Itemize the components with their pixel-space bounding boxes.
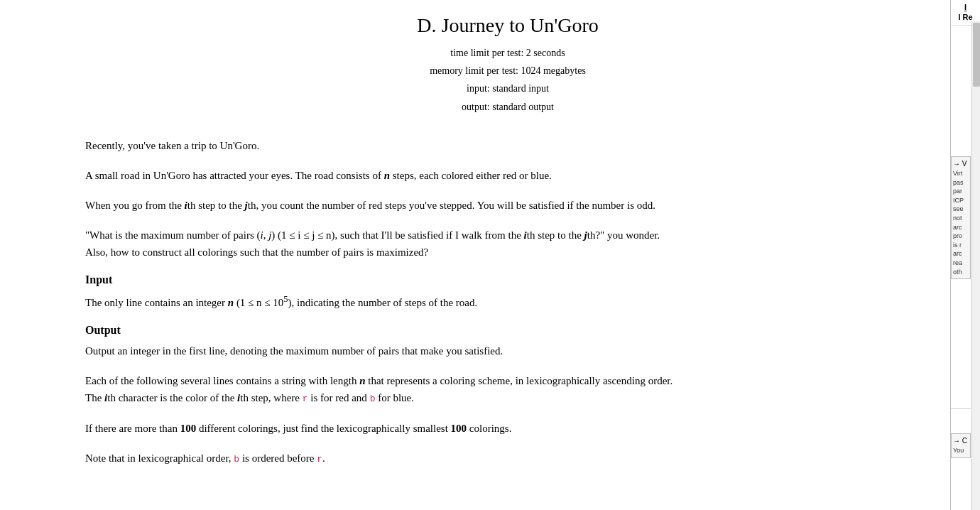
- ps-th3: th step to the: [527, 229, 584, 241]
- arrow2-text: → C: [953, 436, 969, 446]
- ps-end: th?" you wonder.: [587, 229, 660, 241]
- input-mid: (1 ≤ n ≤ 10: [234, 297, 283, 308]
- input-type: input: standard input: [85, 80, 930, 97]
- input-n: n: [228, 297, 234, 308]
- intro-para-2: A small road in Un'Goro has attracted yo…: [85, 167, 930, 184]
- output-desc2-mid: that represents a coloring scheme, in le…: [366, 375, 673, 386]
- intro2-before: A small road in Un'Goro has attracted yo…: [85, 170, 384, 181]
- arrow1-text: → V: [953, 159, 969, 169]
- note1-before: If there are more than: [85, 423, 180, 434]
- note1-end: colorings.: [467, 423, 511, 434]
- right-top-i: I: [952, 2, 979, 12]
- right-arrow-2[interactable]: → C You: [951, 433, 971, 458]
- output-desc2-before: Each of the following several lines cont…: [85, 375, 359, 386]
- note2-r: r: [317, 454, 322, 465]
- intro3-th2: th, you count the number of red steps yo…: [248, 200, 655, 211]
- also-how: Also, how to construct all colorings suc…: [85, 246, 428, 258]
- time-limit: time limit per test: 2 seconds: [85, 44, 930, 62]
- problem-header: D. Journey to Un'Goro time limit per tes…: [85, 14, 930, 116]
- output-desc3-end-before: th step, where: [240, 392, 302, 403]
- problem-meta: time limit per test: 2 seconds memory li…: [85, 44, 930, 116]
- note1-100-1: 100: [180, 423, 197, 434]
- output-type: output: standard output: [85, 98, 930, 116]
- intro2-n: n: [384, 170, 390, 181]
- main-content: D. Journey to Un'Goro time limit per tes…: [0, 0, 952, 510]
- intro-para-1: Recently, you've taken a trip to Un'Goro…: [85, 137, 930, 154]
- intro-para-3: When you go from the ith step to the jth…: [85, 197, 930, 214]
- output-desc3-end: for blue.: [375, 392, 414, 403]
- ps-mid: ) (1 ≤ i ≤ j ≤ n), such that I'll be sat…: [271, 229, 523, 241]
- intro2-after: steps, each colored either red or blue.: [390, 170, 552, 181]
- input-before: The only line contains an integer: [85, 297, 228, 308]
- problem-statement-para: "What is the maximum number of pairs (i,…: [85, 227, 930, 261]
- note2-end: .: [322, 452, 325, 464]
- memory-limit: memory limit per test: 1024 megabytes: [85, 62, 930, 80]
- input-section-title: Input: [85, 273, 930, 286]
- output-desc2-n: n: [359, 375, 365, 386]
- note2-b: b: [234, 454, 239, 465]
- problem-title: D. Journey to Un'Goro: [85, 14, 930, 37]
- note2-mid: is ordered before: [239, 452, 317, 464]
- popup1-content: Virt pas par ICP see not arc pro is r ar…: [953, 169, 969, 276]
- note1-mid: different colorings, just find the lexic…: [196, 423, 450, 434]
- intro1-text: Recently, you've taken a trip to Un'Goro…: [85, 140, 259, 151]
- scrollbar-track[interactable]: [971, 21, 980, 510]
- intro3-th1: th step to the: [187, 200, 245, 211]
- input-end: ), indicating the number of steps of the…: [288, 297, 478, 308]
- note2-para: Note that in lexicographical order, b is…: [85, 450, 930, 467]
- divider-1: [951, 408, 971, 409]
- output-section-title: Output: [85, 324, 930, 337]
- right-arrow-1[interactable]: → V Virt pas par ICP see not arc pro is …: [951, 156, 971, 279]
- note1-100-2: 100: [451, 423, 467, 434]
- output-desc2-para: Each of the following several lines cont…: [85, 372, 930, 407]
- output-desc-para: Output an integer in the first line, den…: [85, 342, 930, 359]
- scrollbar-thumb[interactable]: [973, 23, 980, 87]
- note2-before: Note that in lexicographical order,: [85, 452, 234, 464]
- output-desc3-is: is for red and: [308, 392, 370, 403]
- problem-body: Recently, you've taken a trip to Un'Goro…: [85, 137, 930, 467]
- right-panel: I I Re → V Virt pas par ICP see not arc …: [950, 0, 980, 510]
- note1-para: If there are more than 100 different col…: [85, 420, 930, 437]
- output-desc3-r: r: [303, 394, 308, 404]
- output-desc3-mid: th character is the color of the: [107, 392, 237, 403]
- input-desc-para: The only line contains an integer n (1 ≤…: [85, 292, 930, 311]
- output-desc3-before: The: [85, 392, 104, 403]
- intro3-before: When you go from the: [85, 200, 185, 211]
- ps-before: "What is the maximum number of pairs (: [85, 229, 260, 241]
- ps-ij: i, j: [260, 229, 271, 241]
- output-desc: Output an integer in the first line, den…: [85, 345, 503, 357]
- popup2-content: You: [953, 446, 969, 455]
